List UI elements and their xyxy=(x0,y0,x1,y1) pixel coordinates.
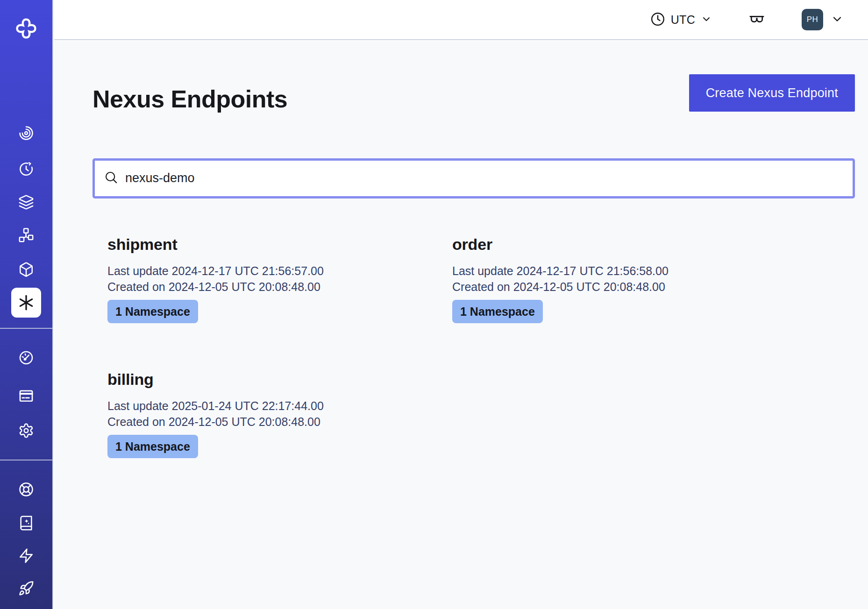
top-bar: UTC PH xyxy=(54,0,868,40)
endpoint-card-order[interactable]: order Last update 2024-12-17 UTC 21:56:5… xyxy=(437,235,782,323)
clock-icon xyxy=(650,12,665,28)
namespace-badge: 1 Namespace xyxy=(107,435,198,458)
schedules-icon[interactable] xyxy=(18,161,34,177)
nexus-icon[interactable] xyxy=(11,288,41,318)
glasses-icon xyxy=(748,11,765,29)
labs-glasses-button[interactable] xyxy=(748,11,765,29)
namespaces-icon[interactable] xyxy=(18,262,34,277)
avatar: PH xyxy=(802,9,823,30)
page-title: Nexus Endpoints xyxy=(92,74,287,112)
sidebar xyxy=(0,0,53,609)
namespace-badge: 1 Namespace xyxy=(107,300,198,323)
create-nexus-endpoint-button[interactable]: Create Nexus Endpoint xyxy=(689,74,855,112)
sidebar-divider xyxy=(0,328,53,329)
search-icon xyxy=(104,170,118,186)
endpoint-created-on: Created on 2024-12-05 UTC 20:08:48.00 xyxy=(107,415,437,429)
feedback-icon[interactable] xyxy=(18,548,34,564)
endpoint-name: shipment xyxy=(107,235,437,254)
temporal-logo[interactable] xyxy=(14,16,39,41)
endpoint-card-billing[interactable]: billing Last update 2025-01-24 UTC 22:17… xyxy=(92,370,437,458)
timezone-selector[interactable]: UTC xyxy=(650,12,712,28)
endpoint-card-shipment[interactable]: shipment Last update 2024-12-17 UTC 21:5… xyxy=(92,235,437,323)
usage-icon[interactable] xyxy=(18,350,34,366)
settings-icon[interactable] xyxy=(18,423,34,439)
timezone-label: UTC xyxy=(671,13,695,27)
endpoint-last-update: Last update 2024-12-17 UTC 21:56:58.00 xyxy=(452,264,782,278)
docs-icon[interactable] xyxy=(18,515,34,531)
search-box xyxy=(92,158,855,198)
search-input[interactable] xyxy=(125,171,843,185)
endpoint-last-update: Last update 2024-12-17 UTC 21:56:57.00 xyxy=(107,264,437,278)
endpoint-created-on: Created on 2024-12-05 UTC 20:08:48.00 xyxy=(107,280,437,294)
endpoint-created-on: Created on 2024-12-05 UTC 20:08:48.00 xyxy=(452,280,782,294)
support-icon[interactable] xyxy=(18,482,34,497)
account-menu[interactable]: PH xyxy=(802,9,844,30)
getting-started-icon[interactable] xyxy=(18,581,34,596)
batch-operations-icon[interactable] xyxy=(18,194,34,210)
endpoint-name: billing xyxy=(107,370,437,389)
endpoint-last-update: Last update 2025-01-24 UTC 22:17:44.00 xyxy=(107,399,437,413)
endpoint-list: shipment Last update 2024-12-17 UTC 21:5… xyxy=(92,235,855,458)
chevron-down-icon xyxy=(831,13,844,27)
main-content: Nexus Endpoints Create Nexus Endpoint sh… xyxy=(54,41,868,609)
billing-icon[interactable] xyxy=(18,388,34,404)
deployments-icon[interactable] xyxy=(18,227,34,243)
endpoint-name: order xyxy=(452,235,782,254)
sidebar-divider xyxy=(0,460,53,460)
chevron-down-icon xyxy=(701,14,712,26)
workflows-icon[interactable] xyxy=(18,125,34,141)
namespace-badge: 1 Namespace xyxy=(452,300,543,323)
